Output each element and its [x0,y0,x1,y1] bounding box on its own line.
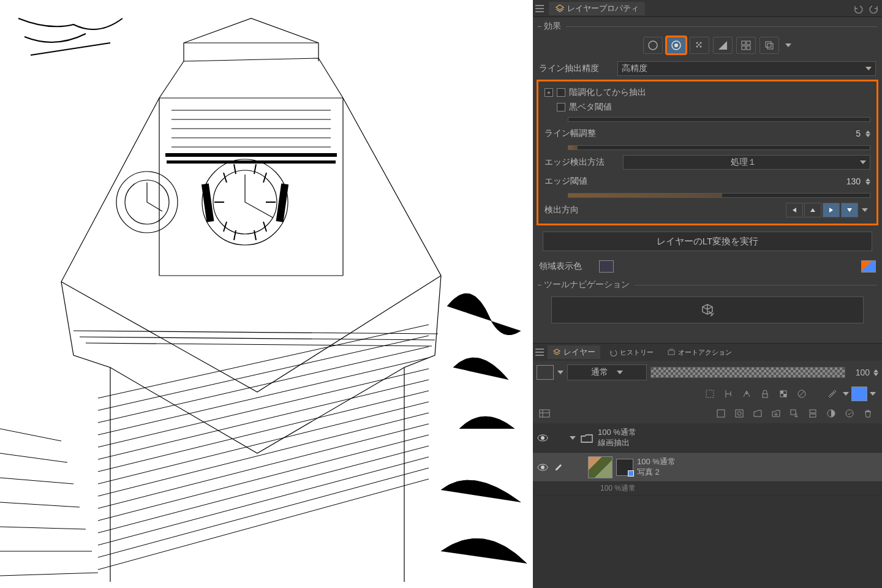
color-dropdown-chevron[interactable] [557,371,564,374]
panel-title: レイヤープロパティ [567,3,639,14]
effect-section-label: 効果 [544,21,561,32]
svg-rect-6 [167,160,336,164]
new-raster-layer-icon[interactable] [713,406,729,421]
layer-item[interactable]: 100 %通常 写真 2 [533,453,882,482]
layer-opacity-text: 100 %通常 [637,457,676,467]
panel-menu-icon[interactable] [535,5,544,12]
edge-threshold-spinner[interactable] [865,178,870,185]
svg-rect-17 [742,41,745,45]
region-color-swatch[interactable] [599,260,614,273]
merge-down-icon[interactable] [805,406,821,421]
ruler-icon[interactable] [824,386,840,401]
edge-method-dropdown[interactable]: 処理１ [623,155,870,170]
reference-icon[interactable] [739,386,755,401]
selection-mask-icon[interactable] [702,386,718,401]
line-width-label: ライン幅調整 [545,128,596,139]
edge-threshold-value: 130 [830,176,861,186]
layer-tab[interactable]: レイヤー [548,345,600,359]
svg-point-15 [700,46,702,48]
effect-line-extract-icon[interactable] [666,37,686,54]
posterize-checkbox[interactable] [557,88,565,97]
layer-panel: レイヤー ヒストリー オートアクション 通常 100 100 %通常 線 [533,344,882,588]
black-threshold-checkbox[interactable] [557,103,565,111]
new-folder-icon[interactable] [750,406,766,421]
undo-icon[interactable] [853,4,864,13]
effect-mode-icons [637,34,882,59]
delete-layer-icon[interactable] [860,406,876,421]
posterize-label: 階調化してから抽出 [569,87,646,98]
layer-thumbnail[interactable] [588,456,612,478]
tool-nav-button[interactable] [551,296,864,323]
svg-rect-23 [668,350,674,355]
folder-expand-chevron[interactable] [570,436,576,440]
layer-item[interactable]: 100 %通常 [533,482,882,496]
edge-threshold-slider[interactable] [568,193,870,198]
transfer-down-icon[interactable] [786,406,802,421]
svg-rect-32 [717,410,725,417]
svg-point-3 [202,159,288,245]
ruler-dropdown-chevron[interactable] [843,392,849,396]
black-threshold-slider[interactable] [568,117,870,122]
layer-property-tab[interactable]: レイヤープロパティ [549,2,645,15]
draft-icon[interactable] [794,386,810,401]
effect-tone-icon[interactable] [690,37,709,54]
layer-color-swatch[interactable] [537,365,554,380]
effect-multi-icon[interactable] [760,37,779,54]
direction-up-button[interactable] [804,203,821,217]
direction-left-button[interactable] [786,203,803,217]
svg-rect-35 [791,410,796,415]
tool-nav-label: ツールナビゲーション [544,279,630,290]
line-width-spinner[interactable] [865,130,870,137]
region-color-label: 領域表示色 [539,261,594,272]
opacity-spinner[interactable] [873,369,878,376]
effect-grid-icon[interactable] [736,37,756,54]
history-tab[interactable]: ヒストリー [604,347,658,358]
layer-folder-item[interactable]: 100 %通常 線画抽出 [533,423,882,453]
svg-point-1 [116,172,178,233]
lock-alpha-icon[interactable] [775,386,791,401]
clip-icon[interactable] [720,386,736,401]
layer-mask-thumbnail[interactable] [616,459,633,476]
direction-right-button[interactable] [823,203,840,217]
svg-point-4 [213,170,277,234]
new-vector-layer-icon[interactable] [731,406,747,421]
edge-method-label: エッジ検出方法 [545,157,618,168]
line-precision-dropdown[interactable]: 高精度 [617,61,876,76]
svg-point-2 [125,180,169,224]
expand-posterize-icon[interactable]: + [545,88,553,97]
line-width-value: 5 [830,129,861,138]
svg-rect-21 [766,42,771,47]
line-width-slider[interactable] [568,145,870,150]
effect-color-reduction-icon[interactable] [713,37,733,54]
svg-point-11 [674,43,678,47]
layer-toolbar-2 [533,404,882,423]
effect-outline-icon[interactable] [643,37,663,54]
apply-mask-icon[interactable] [842,406,858,421]
auto-action-tab[interactable]: オートアクション [662,347,737,358]
lock-icon[interactable] [757,386,773,401]
direction-more-chevron[interactable] [859,203,870,217]
layer-color-dropdown-chevron[interactable] [870,392,876,396]
canvas-viewport[interactable] [0,0,533,588]
svg-rect-5 [165,153,337,157]
opacity-slider[interactable] [650,367,845,378]
svg-rect-29 [783,394,786,397]
panel-view-icon[interactable] [537,406,552,421]
layer-panel-menu-icon[interactable] [535,349,544,356]
svg-point-14 [696,46,698,48]
visibility-eye-icon[interactable] [535,460,550,475]
visibility-eye-icon[interactable] [535,431,550,445]
folder-in-icon[interactable] [768,406,784,421]
svg-rect-0 [0,0,533,588]
redo-icon[interactable] [869,4,880,13]
svg-rect-27 [780,391,786,397]
svg-point-30 [798,390,805,398]
color-bucket-icon[interactable] [861,260,876,273]
blend-mode-dropdown[interactable]: 通常 [567,364,647,380]
svg-point-38 [827,410,835,417]
layer-color-icon[interactable] [851,386,867,401]
effect-dropdown-chevron[interactable] [783,37,794,54]
mask-icon[interactable] [823,406,839,421]
execute-lt-conversion-button[interactable]: レイヤーのLT変換を実行 [543,232,872,251]
direction-down-button[interactable] [841,203,858,217]
